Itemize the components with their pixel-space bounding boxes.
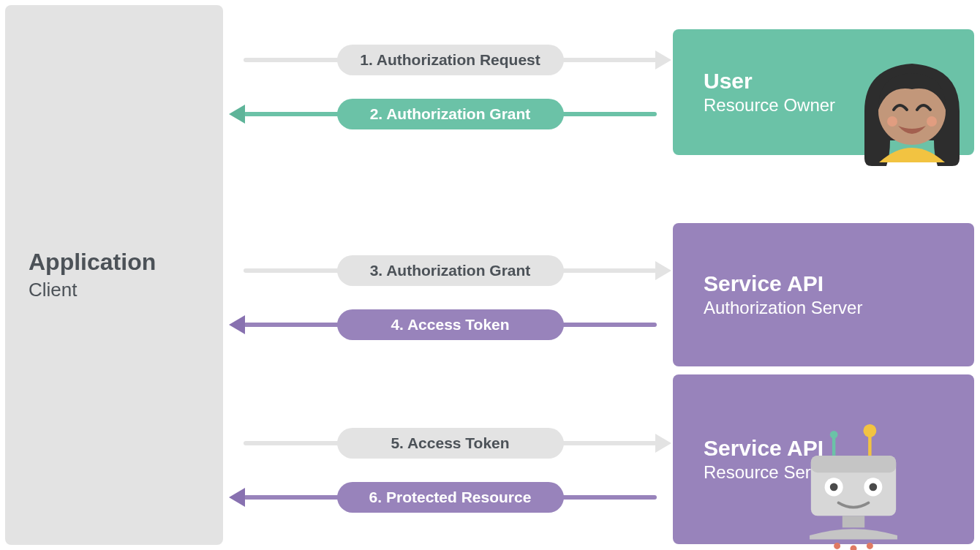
auth-title: Service API [704,271,974,296]
svg-point-4 [830,431,838,439]
svg-point-1 [887,116,897,127]
resource-server-box: Service API Resource Server [673,374,974,544]
arrow-right-icon [655,261,671,280]
user-avatar-icon [850,45,974,170]
auth-subtitle: Authorization Server [704,298,974,318]
svg-rect-8 [811,456,896,472]
client-title: Application [29,249,200,276]
arrow-right-icon [655,434,671,453]
svg-point-15 [851,546,857,550]
svg-rect-13 [843,516,864,527]
svg-point-2 [927,116,937,127]
arrow-left-icon [229,488,245,507]
flow-auth-grant-response: 2. Authorization Grant [244,98,657,130]
robot-icon [791,424,916,549]
flow-label: 2. Authorization Grant [337,99,564,129]
svg-point-14 [834,543,840,549]
client-box: Application Client [5,5,223,545]
flow-auth-grant-request: 3. Authorization Grant [244,255,657,287]
arrow-right-icon [655,50,671,69]
svg-point-6 [863,424,876,437]
client-subtitle: Client [29,279,200,301]
flow-label: 5. Access Token [337,428,564,459]
flow-protected-resource-response: 6. Protected Resource [244,481,657,513]
arrow-left-icon [229,105,245,124]
user-box: User Resource Owner [673,29,974,155]
svg-point-12 [869,483,877,491]
svg-point-16 [867,543,873,549]
flow-access-token-response: 4. Access Token [244,309,657,341]
flow-label: 6. Protected Resource [337,482,564,513]
flow-label: 1. Authorization Request [337,45,564,75]
flow-auth-request: 1. Authorization Request [244,44,657,76]
flow-label: 4. Access Token [337,309,564,340]
flow-access-token-request: 5. Access Token [244,427,657,459]
arrow-left-icon [229,315,245,334]
svg-point-10 [830,483,838,491]
auth-server-box: Service API Authorization Server [673,223,974,366]
flow-label: 3. Authorization Grant [337,255,564,286]
